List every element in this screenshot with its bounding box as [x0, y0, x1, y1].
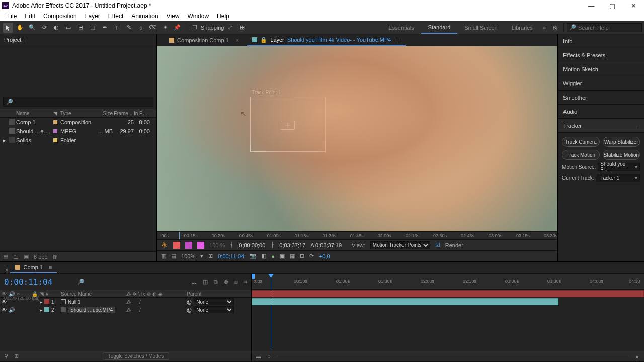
render-checkbox[interactable]: ☑ [435, 242, 440, 248]
track-camera-button[interactable]: Track Camera [562, 137, 599, 147]
label-swatch[interactable] [53, 120, 57, 124]
camera-tool-icon[interactable]: ▭ [63, 23, 73, 33]
col-type[interactable]: Type [60, 111, 96, 116]
rgb-icon[interactable]: ● [271, 253, 275, 259]
menu-composition[interactable]: Composition [39, 12, 81, 21]
snapping-checkbox[interactable]: ☐ [190, 23, 200, 33]
brush-tool-icon[interactable]: ✎ [124, 23, 134, 33]
menu-help[interactable]: Help [213, 12, 233, 21]
clone-tool-icon[interactable]: ⎀ [136, 23, 146, 33]
viewer-tab-layer[interactable]: 🔒 Layer Should you Film 4k Video- - YouT… [247, 35, 406, 46]
chevron-down-icon[interactable]: ▾ [200, 253, 203, 259]
mag-icon[interactable]: ▥ [161, 253, 166, 259]
project-panel-menu-icon[interactable]: ≡ [24, 37, 27, 43]
timeline-tab-comp1[interactable]: Comp 1 ≡ [10, 263, 57, 273]
hand-tool-icon[interactable]: ✋ [15, 23, 25, 33]
timeline-layer-row[interactable]: 👁🔊 ▸2 Should …ube.MP4 ⁂/ @None [0, 306, 251, 314]
view-select[interactable]: Motion Tracker Points [370, 241, 430, 249]
project-item-movie[interactable]: Should …e.MP4 MPEG ... MB 29,97 0;00 [0, 127, 156, 136]
parent-select[interactable]: None [194, 298, 234, 305]
in-bracket-icon[interactable]: ⎨ [230, 242, 234, 248]
sw2[interactable] [185, 242, 192, 249]
window-maximize[interactable]: ▢ [602, 0, 623, 11]
new-folder-icon[interactable]: 🗀 [13, 254, 19, 260]
puppet-tool-icon[interactable]: 📌 [172, 23, 182, 33]
new-comp-icon[interactable]: ▣ [24, 253, 29, 260]
warp-stabilizer-button[interactable]: Warp Stabilizer [603, 137, 640, 147]
type-tool-icon[interactable]: T [112, 23, 122, 33]
menu-window[interactable]: Window [183, 12, 213, 21]
lock-icon[interactable]: 🔒 [260, 37, 267, 43]
workspace-overflow-icon[interactable]: » [540, 21, 549, 34]
pan-behind-tool-icon[interactable]: ⊟ [75, 23, 86, 33]
viewer-canvas[interactable]: Track Point 1 ↖ [157, 46, 557, 231]
search-help-input[interactable]: 🔎 Search Help [567, 23, 642, 32]
workspace-small-screen[interactable]: Small Screen [457, 21, 504, 34]
snap-opt1-icon[interactable]: ⤢ [225, 23, 235, 33]
col-frame[interactable]: Frame ... [113, 111, 134, 116]
stabilize-motion-button[interactable]: Stabilize Motion [603, 150, 640, 160]
menu-edit[interactable]: Edit [21, 12, 39, 21]
panel-wiggler[interactable]: Wiggler [558, 76, 644, 90]
rotate-tool-icon[interactable]: ◐ [51, 23, 61, 33]
window-close[interactable]: ✕ [623, 0, 644, 11]
menu-animation[interactable]: Animation [127, 12, 162, 21]
preview-in[interactable]: 0;00;00;00 [239, 242, 265, 248]
close-icon[interactable]: × [3, 267, 10, 273]
video-toggle-icon[interactable]: 👁 [2, 307, 7, 313]
workspace-standard[interactable]: Standard [421, 21, 458, 34]
graph-editor-icon[interactable]: ⧈ [234, 279, 238, 285]
roto-tool-icon[interactable]: ✴ [160, 23, 170, 33]
menu-layer[interactable]: Layer [81, 12, 104, 21]
col-name[interactable]: Name [16, 111, 53, 116]
window-minimize[interactable]: — [581, 0, 602, 11]
project-search-input[interactable]: 🔎 [3, 97, 153, 107]
timeline-ruler[interactable]: :00s 00:30s 01:00s 01:30s 02:00s 02:30s … [252, 274, 644, 290]
frame-blend-icon[interactable]: ⧉ [214, 279, 218, 285]
motion-source-select[interactable]: Should you Fi... ▾ [598, 163, 640, 171]
menu-file[interactable]: File [3, 12, 21, 21]
exposure-value[interactable]: +0,0 [319, 253, 330, 259]
px-icon[interactable]: ⊡ [300, 253, 304, 259]
track-search-region[interactable] [250, 97, 326, 152]
panel-menu-icon[interactable]: ≡ [397, 37, 400, 43]
caret-right-icon[interactable]: ▸ [3, 137, 9, 144]
menu-view[interactable]: View [163, 12, 184, 21]
panel-menu-icon[interactable]: ≡ [636, 123, 639, 129]
interpret-icon[interactable]: ▤ [3, 253, 8, 260]
pickwhip-icon[interactable]: @ [187, 307, 192, 313]
eraser-tool-icon[interactable]: ⌫ [148, 23, 158, 33]
fx-icon[interactable]: ✲ [133, 291, 137, 297]
refresh-icon[interactable]: ⟳ [309, 253, 314, 259]
adjlayer-icon[interactable]: ◐ [152, 291, 157, 297]
layer-bar[interactable] [252, 290, 644, 297]
toggle-view-icon[interactable]: ⊞ [14, 353, 19, 359]
motion-blur-icon[interactable]: ⊚ [224, 279, 228, 285]
menu-effect[interactable]: Effect [104, 12, 127, 21]
project-panel-title[interactable]: Project [4, 37, 21, 43]
mask-icon[interactable]: ▦ [290, 253, 295, 259]
shape-tool-icon[interactable]: ▢ [88, 23, 98, 33]
mblur-icon[interactable]: ⊚ [147, 291, 151, 297]
sw1[interactable] [173, 242, 180, 249]
workspace-libraries[interactable]: Libraries [505, 21, 540, 34]
workspace-essentials[interactable]: Essentials [381, 21, 421, 34]
layer-label-swatch[interactable] [44, 307, 49, 312]
close-icon[interactable]: × [236, 37, 239, 43]
project-item-comp[interactable]: Comp 1 Composition 25 0:00 [0, 118, 156, 127]
label-col-icon[interactable]: ◥ [40, 291, 44, 297]
parent-header[interactable]: Parent [185, 291, 246, 297]
out-bracket-icon[interactable]: ⎬ [270, 242, 274, 248]
alpha-icon[interactable]: ▣ [280, 253, 285, 259]
workarea-start-handle[interactable] [252, 274, 255, 279]
zoom-tool-icon[interactable]: 🔍 [27, 23, 37, 33]
playhead[interactable] [271, 274, 271, 349]
toggle-shy-icon[interactable]: ⚲ [4, 353, 8, 359]
comp-mini-flowchart-icon[interactable]: ⚏ [192, 279, 197, 285]
label-swatch[interactable] [53, 129, 57, 133]
shy-icon[interactable]: ⁂ [126, 291, 131, 297]
zoom-value[interactable]: 100% [181, 253, 195, 259]
zoom-slider-handle[interactable]: ○ [267, 353, 271, 359]
label-swatch[interactable] [53, 138, 57, 142]
timeline-tracks-area[interactable]: :00s 00:30s 01:00s 01:30s 02:00s 02:30s … [252, 274, 644, 361]
